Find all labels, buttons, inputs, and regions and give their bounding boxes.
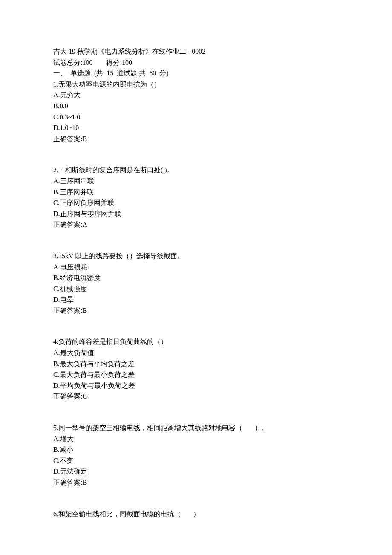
question-option: B.最大负荷与平均负荷之差 — [53, 358, 339, 370]
question-stem: 6.和架空输电线相比，同截面电缆的电抗（ ） — [53, 509, 339, 520]
question-option: C.最大负荷与最小负荷之差 — [53, 369, 339, 380]
question-stem: 4.负荷的峰谷差是指日负荷曲线的（） — [53, 336, 339, 347]
question-option: D.平均负荷与最小负荷之差 — [53, 380, 339, 391]
question-stem: 5.同一型号的架空三相输电线，相间距离增大其线路对地电容（ ）。 — [53, 422, 339, 434]
question-option: B.经济电流密度 — [53, 272, 339, 283]
question-answer: 正确答案:C — [53, 391, 339, 402]
question-option: A.电压损耗 — [53, 262, 339, 273]
question-option: A.无穷大 — [53, 90, 339, 101]
question-block: 1.无限大功率电源的内部电抗为（） A.无穷大 B.0.0 C.0.3~1.0 … — [53, 79, 339, 145]
question-option: A.最大负荷值 — [53, 347, 339, 358]
question-option: B.三序网并联 — [53, 187, 339, 198]
question-answer: 正确答案:B — [53, 305, 339, 316]
question-block: 3.35kV 以上的线路要按（）选择导线截面。 A.电压损耗 B.经济电流密度 … — [53, 251, 339, 316]
question-block: 4.负荷的峰谷差是指日负荷曲线的（） A.最大负荷值 B.最大负荷与平均负荷之差… — [53, 336, 339, 402]
question-option: D.无法确定 — [53, 466, 339, 477]
question-option: D.1.0~10 — [53, 122, 339, 133]
question-option: C.正序网负序网并联 — [53, 197, 339, 208]
question-option: A.增大 — [53, 434, 339, 445]
question-block: 2.二相断线时的复合序网是在断口处( )。 A.三序网串联 B.三序网并联 C.… — [53, 165, 339, 230]
question-block: 5.同一型号的架空三相输电线，相间距离增大其线路对地电容（ ）。 A.增大 B.… — [53, 422, 339, 488]
question-option: D.电晕 — [53, 294, 339, 305]
question-option: D.正序网与零序网并联 — [53, 208, 339, 220]
question-answer: 正确答案:B — [53, 133, 339, 145]
question-option: C.0.3~1.0 — [53, 112, 339, 123]
question-option: C.不变 — [53, 455, 339, 466]
earned-score: 得分:100 — [106, 59, 132, 66]
exam-header: 吉大 19 秋学期《电力系统分析》在线作业二 -0002 试卷总分:100 得分… — [53, 46, 339, 144]
score-line: 试卷总分:100 得分:100 — [53, 57, 339, 68]
section-title: 一、 单选题 (共 15 道试题,共 60 分) — [53, 68, 339, 79]
question-answer: 正确答案:A — [53, 219, 339, 230]
question-answer: 正确答案:B — [53, 477, 339, 488]
question-option: B.减小 — [53, 444, 339, 455]
exam-title: 吉大 19 秋学期《电力系统分析》在线作业二 -0002 — [53, 46, 339, 57]
question-option: A.三序网串联 — [53, 176, 339, 187]
question-stem: 3.35kV 以上的线路要按（）选择导线截面。 — [53, 251, 339, 262]
question-option: C.机械强度 — [53, 283, 339, 295]
question-block: 6.和架空输电线相比，同截面电缆的电抗（ ） — [53, 509, 339, 520]
question-stem: 1.无限大功率电源的内部电抗为（） — [53, 79, 339, 90]
question-option: B.0.0 — [53, 101, 339, 112]
total-score: 试卷总分:100 — [53, 59, 92, 66]
question-stem: 2.二相断线时的复合序网是在断口处( )。 — [53, 165, 339, 176]
